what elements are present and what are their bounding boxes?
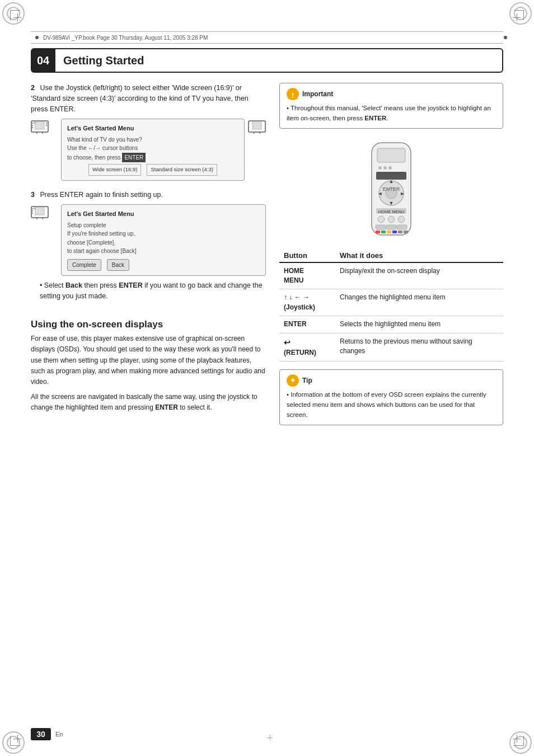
- table-row-enter: ENTER Selects the highlighted menu item: [279, 316, 503, 333]
- note-bold-enter: ENTER: [119, 281, 142, 289]
- important-header: ! Important: [287, 88, 496, 100]
- table-cell-enter-btn: ENTER: [279, 316, 335, 333]
- tip-icon: ✦: [287, 374, 299, 387]
- meta-bar: DV-989AVi _YP.book Page 30 Thursday, Aug…: [31, 31, 503, 44]
- page-number-area: 30 En: [31, 728, 63, 740]
- remote-svg: ENTER ▲ ▼ ◄ ► HOME MENU: [360, 140, 422, 238]
- col-button-header: Button: [279, 249, 335, 262]
- svg-rect-1: [35, 121, 44, 129]
- table-cell-home-btn: HOMEMENU: [279, 262, 335, 289]
- tv-icon-right-svg: [248, 119, 266, 134]
- table-cell-joystick-btn: ↑ ↓ ← →(Joystick): [279, 289, 335, 316]
- screen2-line1: Setup complete: [67, 221, 260, 230]
- important-text: Throughout this manual, 'Select' means u…: [287, 105, 491, 121]
- osd-para1: For ease of use, this player makes exten…: [31, 334, 266, 387]
- svg-point-39: [378, 216, 385, 223]
- table-cell-return-btn: ↩(RETURN): [279, 333, 335, 361]
- screen2-body: Setup complete If you're finished settin…: [67, 221, 260, 256]
- osd-para2-text: All the screens are navigated in basical…: [31, 393, 257, 411]
- screen-mockup-2: Let's Get Started Menu Setup complete If…: [61, 204, 266, 276]
- svg-rect-15: [35, 207, 44, 215]
- svg-rect-44: [397, 225, 407, 229]
- screen1-body: What kind of TV do you have? Use the ←/→…: [67, 135, 238, 163]
- tv-icon-right: [248, 119, 266, 134]
- svg-rect-16: [34, 208, 36, 209]
- svg-point-9: [46, 125, 47, 126]
- screen2-btn-complete: Complete: [67, 259, 101, 271]
- important-enter: ENTER: [364, 115, 386, 121]
- screen1-title: Let's Get Started Menu: [67, 124, 238, 133]
- button-table: Button What it does HOMEMENU Display/exi…: [279, 249, 503, 362]
- left-column: 2 Use the Joystick (left/right) to selec…: [31, 83, 266, 722]
- note-then: then press: [82, 281, 119, 289]
- screen-mockup-1-row: Let's Get Started Menu What kind of TV d…: [31, 119, 266, 180]
- step-3-text: 3 Press ENTER again to finish setting up…: [31, 190, 266, 200]
- osd-section: Using the on-screen displays For ease of…: [31, 312, 266, 413]
- svg-rect-46: [381, 231, 386, 233]
- svg-point-40: [388, 216, 395, 223]
- chapter-title: Getting Started: [55, 48, 503, 73]
- screen-mockup-2-row: Let's Get Started Menu Setup complete If…: [31, 204, 266, 276]
- table-cell-joystick-desc: Changes the highlighted menu item: [335, 289, 503, 316]
- osd-title: Using the on-screen displays: [31, 319, 266, 330]
- svg-point-27: [383, 166, 387, 170]
- screen1-line3: to choose, then press ENTER: [67, 153, 238, 163]
- svg-rect-7: [32, 127, 33, 128]
- important-bullet: • Throughout this manual, 'Select' means…: [287, 104, 496, 124]
- svg-text:►: ►: [400, 191, 405, 196]
- svg-point-28: [388, 166, 392, 170]
- col-does-header: What it does: [335, 249, 503, 262]
- screen1-enter: ENTER: [122, 153, 146, 163]
- important-title: Important: [302, 89, 333, 100]
- meta-bar-text: DV-989AVi _YP.book Page 30 Thursday, Aug…: [43, 35, 208, 41]
- table-cell-home-desc: Display/exit the on-screen display: [335, 262, 503, 289]
- step-2-text: 2 Use the Joystick (left/right) to selec…: [31, 83, 266, 114]
- note-block: • Select Back then press ENTER if you wa…: [40, 280, 266, 302]
- svg-point-41: [398, 216, 405, 223]
- svg-rect-5: [32, 123, 33, 124]
- svg-rect-11: [252, 121, 261, 129]
- step-2-instruction: Use the Joystick (left/right) to select …: [31, 84, 249, 113]
- table-cell-enter-desc: Selects the highlighted menu item: [335, 316, 503, 333]
- svg-point-26: [378, 166, 382, 170]
- page-number: 30: [31, 728, 51, 740]
- svg-rect-50: [404, 231, 408, 233]
- svg-rect-47: [387, 231, 391, 233]
- table-row-joystick: ↑ ↓ ← →(Joystick) Changes the highlighte…: [279, 289, 503, 316]
- right-column: ! Important • Throughout this manual, 'S…: [279, 83, 503, 722]
- svg-rect-42: [376, 225, 386, 229]
- screen1-wide: Wide screen (16:9): [88, 164, 141, 175]
- screen1-standard: Standard size screen (4:3): [147, 164, 217, 175]
- svg-rect-25: [377, 148, 405, 162]
- svg-text:◄: ◄: [378, 191, 383, 196]
- osd-para2: All the screens are navigated in basical…: [31, 392, 266, 413]
- svg-rect-6: [32, 125, 33, 126]
- svg-rect-43: [386, 225, 396, 229]
- screen2-line2: If you're finished setting up,: [67, 229, 260, 238]
- table-row-home: HOMEMENU Display/exit the on-screen disp…: [279, 262, 503, 289]
- screen2-line3: choose [Complete],: [67, 238, 260, 247]
- step-2-block: 2 Use the Joystick (left/right) to selec…: [31, 83, 266, 181]
- svg-rect-19: [32, 208, 33, 209]
- tip-box: ✦ Tip • Information at the bottom of eve…: [279, 369, 503, 425]
- chapter-header: 04 Getting Started: [31, 48, 503, 73]
- svg-rect-2: [34, 122, 36, 124]
- svg-text:▼: ▼: [389, 200, 394, 206]
- svg-text:▲: ▲: [389, 179, 394, 184]
- screen1-options: Wide screen (16:9) Standard size screen …: [67, 164, 238, 175]
- tip-text: Information at the bottom of every OSD s…: [287, 391, 486, 418]
- tv-icon-step3: [31, 204, 49, 220]
- step-2-number: 2: [31, 84, 35, 92]
- screen2-btn-back: Back: [107, 259, 129, 271]
- remote-illustration-container: ENTER ▲ ▼ ◄ ► HOME MENU: [279, 140, 503, 238]
- table-cell-return-desc: Returns to the previous menu without sav…: [335, 333, 503, 361]
- osd-para2-enter: ENTER: [155, 403, 178, 411]
- tip-bullet: • Information at the bottom of every OSD…: [287, 390, 496, 420]
- svg-rect-21: [32, 213, 33, 214]
- screen-mockup-1: Let's Get Started Menu What kind of TV d…: [61, 119, 245, 180]
- svg-text:✦: ✦: [290, 377, 296, 384]
- important-box: ! Important • Throughout this manual, 'S…: [279, 83, 503, 129]
- tv-icon-left: [31, 119, 49, 134]
- meta-dot-left: [35, 36, 39, 39]
- reg-mark-bl: [13, 735, 21, 743]
